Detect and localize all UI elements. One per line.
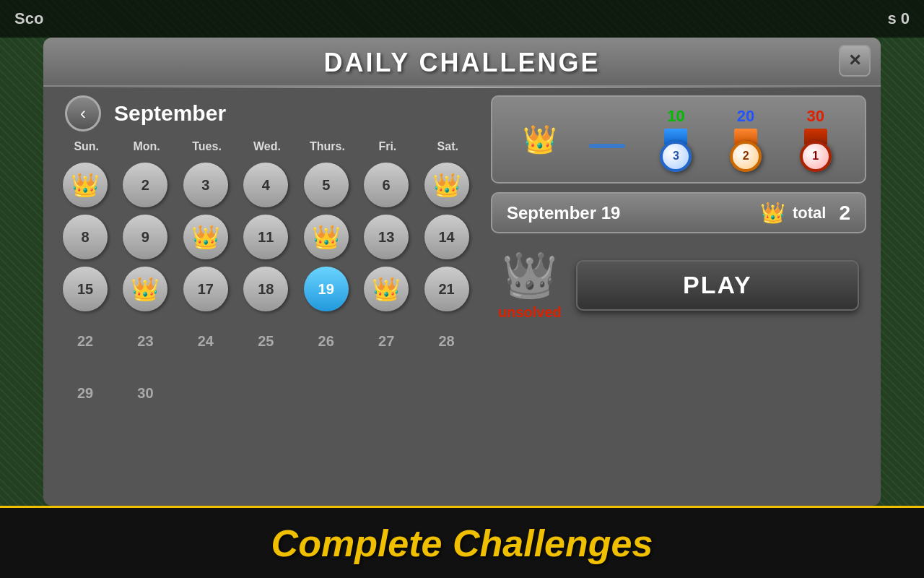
medal-circle-2nd: 2: [730, 141, 762, 172]
prev-month-button[interactable]: ‹: [65, 95, 101, 131]
medal-3rd: 3: [657, 129, 694, 172]
score-20: 20: [737, 107, 754, 126]
day-10[interactable]: 👑: [178, 212, 233, 262]
modal-body: ‹ September Sun. Mon. Tues. Wed. Thurs. …: [43, 88, 881, 506]
day-empty-4: [359, 368, 414, 418]
modal-header: DAILY CHALLENGE ✕: [43, 38, 881, 87]
bottom-bar: Complete Challenges: [0, 506, 924, 578]
day-30[interactable]: 30: [118, 368, 173, 418]
unsolved-label: unsolved: [498, 304, 562, 321]
medal-2nd: 2: [727, 129, 764, 172]
day-15[interactable]: 15: [58, 264, 113, 314]
crown-icon-item: 👑: [523, 124, 557, 155]
score-item-2: 20 2: [727, 107, 764, 172]
day-header-fri: Fri.: [359, 137, 416, 158]
info-total-label: total: [793, 204, 826, 223]
day-4[interactable]: 4: [238, 160, 293, 210]
day-3[interactable]: 3: [178, 160, 233, 210]
day-header-thu: Thurs.: [299, 137, 356, 158]
calendar-section: ‹ September Sun. Mon. Tues. Wed. Thurs. …: [58, 95, 476, 495]
day-empty-2: [238, 368, 293, 418]
modal-title: DAILY CHALLENGE: [58, 48, 866, 78]
info-count: 2: [839, 202, 850, 225]
day-27[interactable]: 27: [359, 316, 414, 366]
day-25[interactable]: 25: [238, 316, 293, 366]
day-header-mon: Mon.: [118, 137, 175, 158]
day-22[interactable]: 22: [58, 316, 113, 366]
day-26[interactable]: 26: [299, 316, 354, 366]
info-crown-icon: 👑: [760, 201, 785, 225]
month-name: September: [114, 101, 226, 126]
bottom-bar-text: Complete Challenges: [271, 522, 653, 565]
day-23[interactable]: 23: [118, 316, 173, 366]
day-header-wed: Wed.: [238, 137, 295, 158]
daily-challenge-modal: DAILY CHALLENGE ✕ ‹ September Sun. Mon. …: [43, 38, 881, 506]
top-bar-left: Sco: [14, 9, 43, 28]
day-header-sun: Sun.: [58, 137, 115, 158]
top-bar: Sco s 0: [0, 0, 924, 38]
crown-unsolved-icon: 👑: [502, 249, 557, 301]
crown-gold-icon: 👑: [523, 124, 557, 155]
calendar-grid: Sun. Mon. Tues. Wed. Thurs. Fri. Sat. 👑 …: [58, 137, 476, 418]
score-item-1: 10 3: [657, 107, 694, 172]
day-13[interactable]: 13: [359, 212, 414, 262]
day-empty-1: [178, 368, 233, 418]
day-24[interactable]: 24: [178, 316, 233, 366]
day-20[interactable]: 👑: [359, 264, 414, 314]
score-30: 30: [806, 107, 824, 126]
day-header-sat: Sat.: [419, 137, 476, 158]
day-9[interactable]: 9: [118, 212, 173, 262]
day-8[interactable]: 8: [58, 212, 113, 262]
calendar-nav: ‹ September: [58, 95, 476, 131]
day-header-tue: Tues.: [178, 137, 235, 158]
day-empty-3: [299, 368, 354, 418]
top-bar-right: s 0: [887, 9, 910, 28]
day-29[interactable]: 29: [58, 368, 113, 418]
day-16[interactable]: 👑: [118, 264, 173, 314]
play-area: 👑 unsolved PLAY: [491, 242, 866, 321]
medal-circle-3rd: 3: [660, 141, 692, 172]
day-6[interactable]: 6: [359, 160, 414, 210]
day-empty-5: [419, 368, 474, 418]
day-21[interactable]: 21: [419, 264, 474, 314]
dash-line: [589, 144, 625, 148]
unsolved-section: 👑 unsolved: [498, 249, 562, 321]
score-item-3: 30 1: [797, 107, 834, 172]
day-5[interactable]: 5: [299, 160, 354, 210]
close-button[interactable]: ✕: [839, 45, 871, 77]
day-12[interactable]: 👑: [299, 212, 354, 262]
medal-circle-1st: 1: [800, 141, 832, 172]
score-board: 👑 10 3 20 2: [491, 95, 866, 184]
day-18[interactable]: 18: [238, 264, 293, 314]
day-7[interactable]: 👑: [419, 160, 474, 210]
medal-1st: 1: [797, 129, 834, 172]
score-10: 10: [667, 107, 684, 126]
day-1[interactable]: 👑: [58, 160, 113, 210]
day-28[interactable]: 28: [419, 316, 474, 366]
right-panel: 👑 10 3 20 2: [491, 95, 866, 495]
day-14[interactable]: 14: [419, 212, 474, 262]
info-row: September 19 👑 total 2: [491, 192, 866, 233]
day-19[interactable]: 19: [299, 264, 354, 314]
play-button[interactable]: PLAY: [576, 260, 859, 311]
day-2[interactable]: 2: [118, 160, 173, 210]
info-date: September 19: [507, 203, 753, 223]
day-17[interactable]: 17: [178, 264, 233, 314]
day-11[interactable]: 11: [238, 212, 293, 262]
